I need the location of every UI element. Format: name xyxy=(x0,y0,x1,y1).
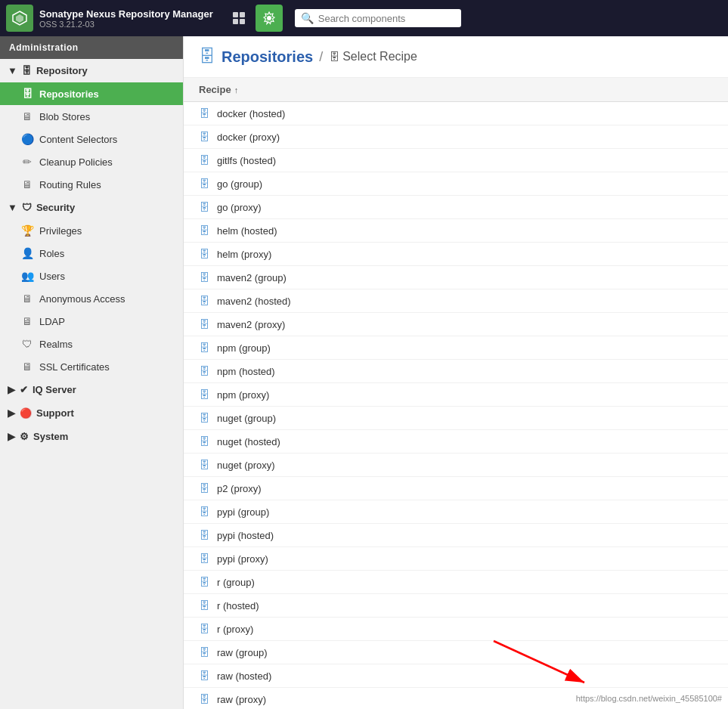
svg-point-6 xyxy=(267,16,271,20)
sidebar-header: Administration xyxy=(0,36,183,59)
nav-icons xyxy=(225,5,283,32)
table-row[interactable]: 🗄 docker (proxy) xyxy=(184,125,728,149)
sidebar-item-repositories[interactable]: 🗄 Repositories xyxy=(0,82,183,105)
table-row[interactable]: 🗄 raw (proxy) xyxy=(184,688,728,709)
table-row[interactable]: 🗄 helm (proxy) xyxy=(184,243,728,266)
repository-section-label: Repository xyxy=(36,65,88,76)
table-row[interactable]: 🗄 npm (group) xyxy=(184,336,728,360)
row-label: npm (hosted) xyxy=(217,366,275,377)
table-row[interactable]: 🗄 r (hosted) xyxy=(184,594,728,618)
row-label: gitlfs (hosted) xyxy=(217,155,276,166)
sidebar-item-users[interactable]: 👥 Users xyxy=(0,265,183,287)
row-label: go (proxy) xyxy=(217,202,262,213)
table-row[interactable]: 🗄 helm (hosted) xyxy=(184,219,728,243)
row-db-icon: 🗄 xyxy=(199,178,209,190)
iq-server-icon: ✔ xyxy=(20,384,28,395)
row-label: maven2 (proxy) xyxy=(217,319,285,330)
sidebar-section-support[interactable]: ▶ 🔴 Support xyxy=(0,401,183,425)
table-row[interactable]: 🗄 npm (hosted) xyxy=(184,360,728,383)
sidebar-item-cleanup-policies[interactable]: ✏ Cleanup Policies xyxy=(0,150,183,173)
sidebar-section-iq-server[interactable]: ▶ ✔ IQ Server xyxy=(0,378,183,401)
row-db-icon: 🗄 xyxy=(199,506,209,518)
row-label: raw (group) xyxy=(217,647,267,658)
row-label: pypi (hosted) xyxy=(217,530,274,541)
table-row[interactable]: 🗄 nuget (group) xyxy=(184,407,728,430)
svg-rect-2 xyxy=(233,12,238,17)
table-row[interactable]: 🗄 npm (proxy) xyxy=(184,383,728,407)
table-row[interactable]: 🗄 maven2 (proxy) xyxy=(184,313,728,336)
content-area: 🗄 Repositories / 🗄 Select Recipe Recipe … xyxy=(184,36,728,709)
row-db-icon: 🗄 xyxy=(199,623,209,635)
chevron-down-icon-security: ▼ xyxy=(8,202,17,213)
sidebar-item-roles[interactable]: 👤 Roles xyxy=(0,242,183,265)
chevron-right-icon-support: ▶ xyxy=(8,407,15,419)
search-bar[interactable]: 🔍 xyxy=(295,9,461,27)
table-row[interactable]: 🗄 go (group) xyxy=(184,172,728,196)
row-db-icon: 🗄 xyxy=(199,248,209,260)
blob-stores-icon: 🖥 xyxy=(21,110,33,122)
sidebar-item-routing-rules[interactable]: 🖥 Routing Rules xyxy=(0,173,183,196)
row-db-icon: 🗄 xyxy=(199,224,209,237)
table-row[interactable]: 🗄 raw (group) xyxy=(184,641,728,664)
search-input[interactable] xyxy=(318,13,455,24)
sidebar-item-realms[interactable]: 🛡 Realms xyxy=(0,333,183,355)
iq-server-label: IQ Server xyxy=(33,384,76,395)
row-db-icon: 🗄 xyxy=(199,107,209,119)
row-label: p2 (proxy) xyxy=(217,483,262,494)
table-row[interactable]: 🗄 nuget (hosted) xyxy=(184,430,728,454)
row-db-icon: 🗄 xyxy=(199,670,209,682)
breadcrumb: Repositories / 🗄 Select Recipe xyxy=(221,48,417,66)
sidebar-item-content-selectors[interactable]: 🔵 Content Selectors xyxy=(0,128,183,150)
table-row[interactable]: 🗄 r (proxy) xyxy=(184,618,728,641)
table-row[interactable]: 🗄 r (group) xyxy=(184,571,728,594)
cleanup-policies-icon: ✏ xyxy=(21,156,33,168)
sidebar-item-privileges[interactable]: 🏆 Privileges xyxy=(0,219,183,242)
svg-marker-1 xyxy=(16,14,23,23)
breadcrumb-separator: / xyxy=(319,49,323,65)
sidebar-item-ldap[interactable]: 🖥 LDAP xyxy=(0,310,183,333)
sidebar: Administration ▼ 🗄 Repository 🗄 Reposito… xyxy=(0,36,184,709)
table-row[interactable]: 🗄 maven2 (group) xyxy=(184,266,728,289)
settings-button[interactable] xyxy=(256,5,283,32)
row-db-icon: 🗄 xyxy=(199,389,209,401)
sidebar-section-repository[interactable]: ▼ 🗄 Repository xyxy=(0,59,183,82)
breadcrumb-sub-label: Select Recipe xyxy=(342,50,417,63)
sidebar-section-system[interactable]: ▶ ⚙ System xyxy=(0,425,183,448)
table-row[interactable]: 🗄 p2 (proxy) xyxy=(184,477,728,500)
row-label: raw (proxy) xyxy=(217,694,266,705)
table-row[interactable]: 🗄 go (proxy) xyxy=(184,196,728,219)
browse-button[interactable] xyxy=(225,5,252,32)
row-db-icon: 🗄 xyxy=(199,529,209,541)
sidebar-item-anonymous-access[interactable]: 🖥 Anonymous Access xyxy=(0,287,183,310)
sidebar-section-security[interactable]: ▼ 🛡 Security xyxy=(0,196,183,219)
row-label: npm (proxy) xyxy=(217,389,269,401)
row-db-icon: 🗄 xyxy=(199,318,209,330)
table-row[interactable]: 🗄 maven2 (hosted) xyxy=(184,289,728,313)
row-db-icon: 🗄 xyxy=(199,693,209,705)
table-row[interactable]: 🗄 raw (hosted) xyxy=(184,664,728,688)
table-row[interactable]: 🗄 nuget (proxy) xyxy=(184,454,728,477)
chevron-right-icon-iq: ▶ xyxy=(8,384,15,395)
breadcrumb-title: Repositories xyxy=(221,48,313,66)
support-label: Support xyxy=(36,407,74,419)
sidebar-item-blob-stores[interactable]: 🖥 Blob Stores xyxy=(0,105,183,128)
system-icon: ⚙ xyxy=(20,431,29,442)
repository-section-icon: 🗄 xyxy=(22,65,32,76)
row-db-icon: 🗄 xyxy=(199,435,209,447)
table-row[interactable]: 🗄 pypi (group) xyxy=(184,500,728,524)
realms-icon: 🛡 xyxy=(21,338,33,350)
row-db-icon: 🗄 xyxy=(199,459,209,471)
row-label: go (group) xyxy=(217,178,262,190)
app-title: Sonatype Nexus Repository Manager OSS 3.… xyxy=(39,8,213,29)
row-label: maven2 (group) xyxy=(217,272,287,283)
row-db-icon: 🗄 xyxy=(199,131,209,143)
row-db-icon: 🗄 xyxy=(199,599,209,611)
table-row[interactable]: 🗄 docker (hosted) xyxy=(184,102,728,125)
row-db-icon: 🗄 xyxy=(199,412,209,424)
table-row[interactable]: 🗄 pypi (hosted) xyxy=(184,524,728,547)
table-row[interactable]: 🗄 gitlfs (hosted) xyxy=(184,149,728,172)
sidebar-item-ssl-certificates[interactable]: 🖥 SSL Certificates xyxy=(0,355,183,378)
table-row[interactable]: 🗄 pypi (proxy) xyxy=(184,547,728,571)
svg-rect-4 xyxy=(233,19,238,24)
support-icon: 🔴 xyxy=(20,407,32,419)
